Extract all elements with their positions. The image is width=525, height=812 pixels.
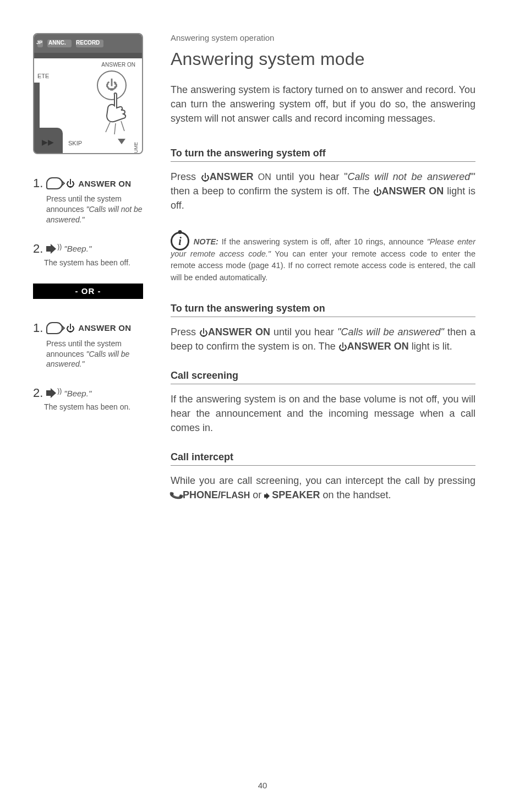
note-text: If the answering system is off, after 10… [218,237,427,246]
power-icon: ⏻ [66,179,75,189]
text-bold: ANSWER [210,171,254,182]
power-icon: ⏻ [106,78,118,92]
page-number: 40 [258,781,267,790]
text: Press [171,326,199,337]
press-icon [46,177,63,189]
or-divider: - OR - [33,284,143,299]
device-label-volume: VOLUME [133,142,139,154]
power-icon: ⏻ [373,187,382,197]
step-off-2: 2. )) "Beep." The system has been off. [33,242,154,267]
section-breadcrumb: Answering system operation [171,33,475,42]
power-icon: ⏻ [66,324,75,334]
paragraph-call-intercept: While you are call screening, you can in… [171,473,475,502]
text-bold: ANSWER ON [208,326,270,337]
text: on the handset. [320,489,391,500]
text: or [250,489,264,500]
text: until you hear [270,326,337,337]
text-italic: Calls will not be answered [348,171,471,182]
phone-icon: 📞 [168,486,185,505]
volume-down-icon [118,139,125,144]
power-icon: ⏻ [199,328,208,337]
text-italic: "Calls will be answered" [337,326,444,337]
beep-text: "Beep." [64,389,91,398]
device-label-skip: SKIP [68,140,82,146]
paragraph-call-screening: If the answering system is on and the ba… [171,392,475,435]
text-bold: ANSWER ON [382,186,444,197]
step-sub-note: The system has been on. [33,402,154,411]
text-bold: PHONE/ [183,489,221,500]
device-top-bar: JP ANNC. RECORD [34,34,142,53]
text-bold: SPEAKER [272,489,320,500]
step-number: 1. [33,321,43,335]
step-number: 1. [33,176,43,190]
heading-turn-off: To turn the answering system off [171,148,475,162]
step-on-2: 2. )) "Beep." The system has been on. [33,386,154,411]
page-title: Answering system mode [171,49,475,69]
paragraph-turn-on: Press ⏻ANSWER ON until you hear "Calls w… [171,325,475,353]
text-smallcaps: ON [254,172,271,182]
step-number: 2. [33,386,43,400]
step-off-1: 1. ⏻ ANSWER ON Press until the system an… [33,176,154,225]
power-icon: ⏻ [338,342,347,352]
answer-on-label: ANSWER ON [78,323,131,333]
device-label-answer-on: ANSWER ON [101,62,135,68]
info-icon: i [171,232,189,250]
device-label-ete: ETE [37,73,49,79]
skip-forward-icon: ▶▶ [42,138,54,146]
device-illustration: JP ANNC. RECORD ETE ANSWER ON ⏻ SKIP [33,33,143,154]
text-smallcaps: FLASH [221,491,250,500]
step-on-1: 1. ⏻ ANSWER ON Press until the system an… [33,321,154,370]
paragraph-turn-off: Press ⏻ANSWER ON until you hear "Calls w… [171,170,475,212]
text-bold: ANSWER ON [347,341,409,352]
step-number: 2. [33,242,43,256]
speaker-icon: )) [46,387,58,399]
note-label: NOTE: [194,237,218,246]
text: light is lit. [409,341,452,352]
heading-call-screening: Call screening [171,370,475,384]
pointing-hand-icon [99,91,132,135]
note-block: i NOTE: If the answering system is off, … [171,230,475,284]
text: While you are call screening, you can in… [171,475,475,486]
power-icon: ⏻ [201,173,210,182]
answer-on-label: ANSWER ON [78,179,131,188]
heading-turn-on: To turn the answering system on [171,303,475,317]
intro-paragraph: The answering system is factory turned o… [171,83,475,126]
beep-text: "Beep." [64,244,91,253]
heading-call-intercept: Call intercept [171,451,475,466]
step-sub-note: The system has been off. [33,258,154,267]
speaker-icon [264,493,272,499]
press-icon [46,322,63,334]
text: until you hear " [271,171,348,182]
text: Press [171,171,201,182]
speaker-icon: )) [46,243,58,255]
